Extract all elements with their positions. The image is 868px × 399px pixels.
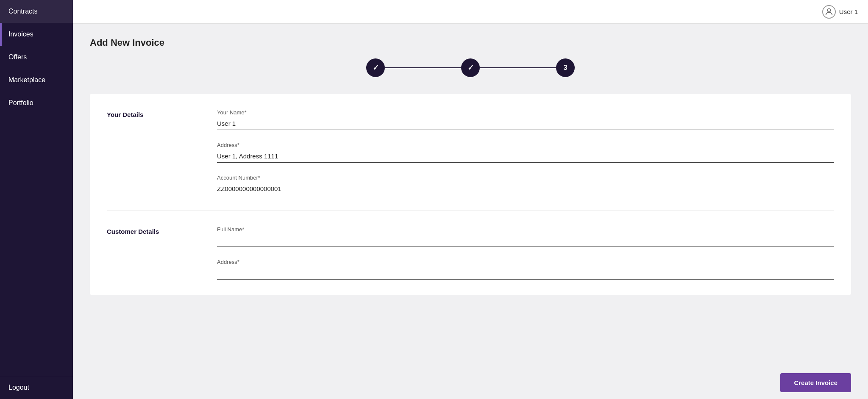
customer-address-input[interactable] — [217, 268, 834, 280]
stepper: 3 — [90, 58, 851, 77]
your-address-group: Address* — [217, 142, 834, 163]
sidebar-item-offers[interactable]: Offers — [0, 46, 73, 69]
form-card: Your Details Your Name* Address* Account… — [90, 94, 851, 295]
sidebar-label-invoices: Invoices — [8, 30, 33, 38]
step-3-label: 3 — [564, 64, 568, 72]
your-details-section: Your Details Your Name* Address* Account… — [90, 94, 851, 211]
step-line-1 — [385, 67, 461, 68]
account-number-label: Account Number* — [217, 175, 834, 181]
sidebar-label-portfolio: Portfolio — [8, 99, 33, 106]
step-2-check-icon — [467, 63, 474, 72]
sidebar-label-logout: Logout — [8, 384, 29, 391]
sidebar-label-offers: Offers — [8, 53, 27, 61]
customer-details-row: Customer Details Full Name* Address* — [107, 226, 834, 280]
full-name-input[interactable] — [217, 235, 834, 247]
step-3: 3 — [556, 58, 575, 77]
your-address-label: Address* — [217, 142, 834, 148]
user-avatar-icon — [822, 5, 836, 19]
sidebar-label-contracts: Contracts — [8, 8, 37, 15]
your-name-group: Your Name* — [217, 109, 834, 130]
your-name-label: Your Name* — [217, 109, 834, 116]
user-name-label: User 1 — [839, 8, 858, 15]
sidebar-item-logout[interactable]: Logout — [0, 376, 73, 399]
sidebar-item-contracts[interactable]: Contracts — [0, 0, 73, 23]
footer: Create Invoice — [73, 366, 868, 399]
step-1 — [366, 58, 385, 77]
sidebar-item-portfolio[interactable]: Portfolio — [0, 91, 73, 114]
page-title: Add New Invoice — [90, 37, 851, 48]
account-number-input[interactable] — [217, 183, 834, 195]
your-address-input[interactable] — [217, 151, 834, 163]
step-1-check-icon — [373, 63, 379, 72]
customer-details-label: Customer Details — [107, 226, 200, 280]
sidebar: Contracts Invoices Offers Marketplace Po… — [0, 0, 73, 399]
customer-details-section: Customer Details Full Name* Address* — [90, 211, 851, 295]
user-menu[interactable]: User 1 — [822, 5, 858, 19]
sidebar-item-marketplace[interactable]: Marketplace — [0, 69, 73, 91]
full-name-label: Full Name* — [217, 226, 834, 233]
create-invoice-button[interactable]: Create Invoice — [780, 373, 851, 392]
your-details-label: Your Details — [107, 109, 200, 195]
header: User 1 — [73, 0, 868, 24]
customer-address-group: Address* — [217, 259, 834, 280]
svg-point-0 — [827, 8, 830, 11]
full-name-group: Full Name* — [217, 226, 834, 247]
your-details-fields: Your Name* Address* Account Number* — [217, 109, 834, 195]
step-2 — [461, 58, 480, 77]
customer-details-fields: Full Name* Address* — [217, 226, 834, 280]
content-area: Add New Invoice 3 Your Details — [73, 24, 868, 366]
step-line-2 — [480, 67, 556, 68]
sidebar-item-invoices[interactable]: Invoices — [0, 23, 73, 46]
account-number-group: Account Number* — [217, 175, 834, 195]
your-details-row: Your Details Your Name* Address* Account… — [107, 109, 834, 195]
customer-address-label: Address* — [217, 259, 834, 265]
your-name-input[interactable] — [217, 118, 834, 130]
sidebar-label-marketplace: Marketplace — [8, 76, 45, 83]
main-content: User 1 Add New Invoice 3 Your Details — [73, 0, 868, 399]
